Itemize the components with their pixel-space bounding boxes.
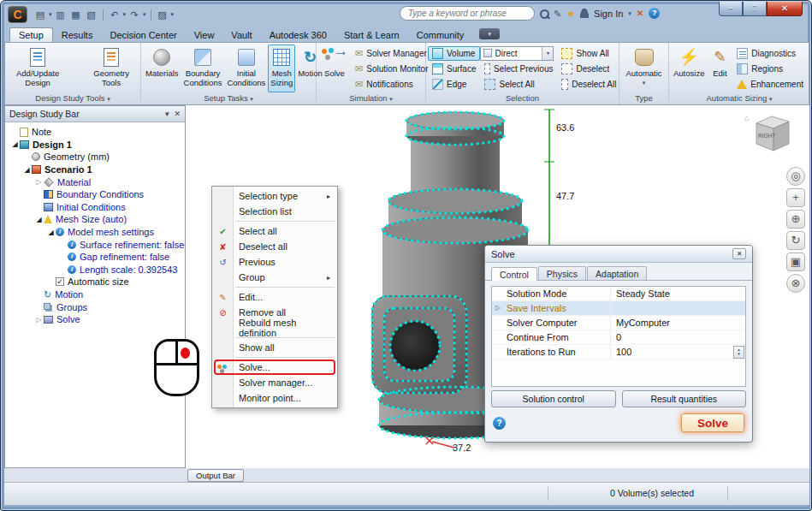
group-label-automatic-sizing[interactable]: Automatic Sizing ▾ (669, 92, 809, 104)
solution-control-button[interactable]: Solution control (491, 390, 616, 407)
volume-filter-button[interactable]: Volume (428, 46, 480, 61)
row-continue-from[interactable]: Continue From 0 (492, 330, 745, 345)
direct-dropdown[interactable]: Direct ▾ (480, 46, 554, 61)
sign-in-dropdown-icon[interactable]: ▾ (628, 10, 631, 17)
expand-icon[interactable]: ◢ (34, 216, 44, 223)
edge-filter-button[interactable]: Edge (428, 77, 480, 92)
group-label-simulation[interactable]: Simulation ▾ (317, 92, 425, 104)
view-cube[interactable]: ⌂ RIGHT (743, 110, 796, 157)
deselect-button[interactable]: Deselect (557, 62, 620, 76)
tree-item-boundary-conditions[interactable]: Boundary Conditions (5, 188, 185, 201)
expand-icon[interactable]: ◢ (22, 166, 32, 174)
app-logo-icon[interactable]: C (8, 6, 27, 23)
notifications-button[interactable]: ✉ Notifications (351, 77, 432, 92)
tab-view[interactable]: View (186, 28, 223, 42)
materials-button[interactable]: Materials (143, 45, 181, 92)
tree-item-gap-refinement[interactable]: i Gap refinement: false (5, 251, 185, 264)
menu-item-deselect-all[interactable]: ✘ Deselect all (212, 239, 337, 254)
search-input[interactable] (400, 6, 535, 21)
edit-keyword-icon[interactable]: ✎ (554, 8, 561, 20)
menu-item-show-all[interactable]: Show all (212, 340, 337, 355)
show-all-button[interactable]: Show All (557, 46, 620, 61)
search-icon[interactable] (540, 9, 548, 18)
zoom-icon[interactable]: ⊕ (786, 210, 805, 229)
output-bar-button[interactable]: Output Bar (187, 469, 244, 482)
toolbar-dropdown-icon[interactable]: ▾ (171, 11, 175, 18)
solve-button[interactable]: Solve (681, 413, 744, 432)
group-label-setup-tasks[interactable]: Setup Tasks ▾ (141, 92, 316, 104)
redo-icon[interactable]: ↷ (127, 8, 141, 21)
expand-icon[interactable]: ▷ (495, 304, 501, 312)
boundary-conditions-button[interactable]: Boundary Conditions (181, 45, 225, 92)
tree-item-motion[interactable]: ↻ Motion (5, 288, 185, 301)
mesh-sizing-button[interactable]: Mesh Sizing (268, 45, 295, 92)
solve-ribbon-button[interactable]: → Solve (318, 45, 351, 92)
undo-icon[interactable]: ↶ (108, 8, 122, 21)
tree-item-design-1[interactable]: ◢ Design 1 (5, 139, 185, 152)
menu-item-selection-list[interactable]: Selection list (212, 204, 337, 219)
tree-item-scenario-1[interactable]: ◢ Scenario 1 (5, 163, 185, 176)
tree-item-initial-conditions[interactable]: Initial Conditions (5, 201, 185, 214)
print-icon[interactable]: ▨ (156, 8, 169, 21)
tab-physics[interactable]: Physics (538, 266, 586, 280)
tab-vault[interactable]: Vault (222, 28, 260, 42)
panel-pin-icon[interactable]: ▾ (165, 110, 169, 118)
dialog-help-icon[interactable]: ? (493, 417, 506, 430)
row-solver-computer[interactable]: Solver Computer MyComputer (492, 316, 745, 330)
geometry-tools-button[interactable]: Geometry Tools (91, 45, 132, 92)
group-label-selection[interactable]: Selection (426, 92, 619, 104)
model-viewport[interactable]: 63.6 47.7 37.2 ⌂ RIGHT ◎ + ⊕ ↻ ▣ ⊗ (186, 105, 809, 468)
tab-adaptation[interactable]: Adaptation (587, 266, 647, 280)
row-iterations-to-run[interactable]: Iterations to Run 100 ▴ ▾ (492, 345, 745, 359)
orbit-icon[interactable]: ↻ (786, 231, 805, 250)
group-label-design-study-tools[interactable]: Design Study Tools ▾ (5, 92, 140, 104)
minimize-button[interactable]: – (719, 2, 743, 16)
result-quantities-button[interactable]: Result quantities (622, 390, 747, 407)
tree-item-groups[interactable]: Groups (5, 300, 185, 313)
undo-dropdown-icon[interactable]: ▾ (123, 11, 127, 18)
group-label-type[interactable]: Type (619, 92, 668, 104)
tab-control[interactable]: Control (491, 267, 537, 281)
panel-close-icon[interactable]: ✕ (174, 110, 181, 118)
save-icon[interactable]: ▦ (69, 8, 83, 21)
enhancement-button[interactable]: Enhancement (732, 77, 808, 92)
tree-item-note[interactable]: Note (5, 126, 185, 139)
tree-item-model-mesh-settings[interactable]: ◢ i Model mesh settings (5, 226, 185, 239)
tab-community[interactable]: Community (408, 28, 473, 42)
select-previous-button[interactable]: Select Previous (480, 62, 557, 76)
new-icon[interactable]: ▤ (33, 8, 47, 21)
solve-dialog-titlebar[interactable]: Solve ✕ (485, 246, 752, 263)
camera-icon[interactable]: ▣ (786, 253, 805, 271)
tree-item-length-scale[interactable]: i Length scale: 0.392543 (5, 264, 185, 276)
new-dropdown-icon[interactable]: ▾ (49, 11, 52, 18)
menu-item-selection-type[interactable]: Selection type ▸ (212, 188, 337, 204)
menu-item-monitor-point[interactable]: Monitor point... (212, 390, 337, 406)
solution-monitor-button[interactable]: ✉ Solution Monitor (351, 62, 432, 76)
tree-item-mesh-size[interactable]: ◢ Mesh Size (auto) (5, 213, 185, 226)
tree-item-geometry[interactable]: Geometry (mm) (5, 151, 185, 163)
help-icon[interactable]: ? (649, 8, 660, 19)
favorites-icon[interactable]: ★ (566, 8, 575, 20)
automatic-type-button[interactable]: Automatic ▾ (623, 45, 664, 92)
surface-filter-button[interactable]: Surface (428, 62, 480, 76)
tree-item-material[interactable]: ▷ Material (5, 175, 185, 188)
maximize-button[interactable]: □ (743, 2, 767, 16)
direct-dropdown-icon[interactable]: ▾ (542, 47, 553, 60)
close-button[interactable]: ✕ (767, 2, 803, 16)
row-solution-mode[interactable]: Solution Mode Steady State (492, 287, 745, 301)
collapse-icon[interactable]: ▷ (34, 316, 44, 324)
menu-item-solver-manager[interactable]: Solver manager... (212, 375, 337, 390)
menu-item-rebuild-mesh-definition[interactable]: Rebuild mesh definition (212, 320, 337, 336)
tree-item-solve[interactable]: ▷ Solve (5, 313, 185, 326)
menu-item-solve[interactable]: Solve... (212, 359, 337, 375)
select-all-button[interactable]: Select All (480, 77, 557, 92)
edit-sizing-button[interactable]: ✎ Edit (707, 45, 732, 92)
dialog-close-icon[interactable]: ✕ (732, 248, 746, 259)
diagnostics-button[interactable]: Diagnostics (732, 46, 808, 61)
redo-dropdown-icon[interactable]: ▾ (143, 11, 146, 18)
tree-item-automatic-size[interactable]: ✓ Automatic size (5, 276, 185, 288)
expand-icon[interactable]: ◢ (46, 229, 56, 236)
menu-item-edit[interactable]: ✎ Edit... (212, 289, 337, 305)
regions-button[interactable]: Regions (732, 62, 808, 76)
collapse-icon[interactable]: ▷ (34, 178, 44, 186)
